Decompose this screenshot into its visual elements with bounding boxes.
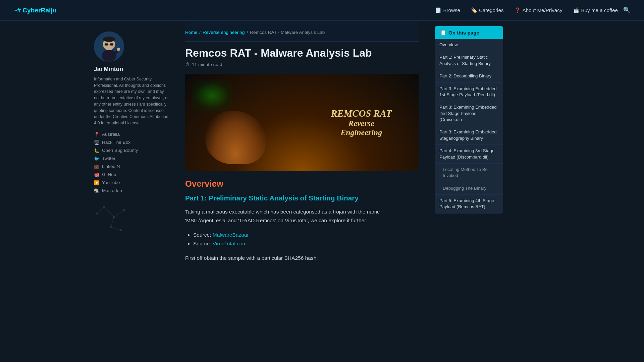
svg-rect-5	[110, 43, 113, 46]
sha-text: First off obtain the sample with a parti…	[185, 254, 419, 262]
part1-intro: Taking a malicious executable which has …	[185, 207, 419, 225]
mastodon-icon: 🐘	[94, 188, 100, 193]
svg-line-12	[111, 227, 121, 230]
hero-line3: Engineering	[331, 128, 392, 137]
author-link-linkedin: 💼 LinkedIN	[94, 164, 169, 169]
rat-silhouette	[205, 111, 266, 164]
github-icon: 🐙	[94, 172, 100, 177]
toc-link-part4[interactable]: Part 4: Examining 3rd Stage Payload (Dis…	[435, 145, 503, 163]
author-link-mastodon: 🐘 Mastodon	[94, 188, 169, 193]
nav-item-coffee[interactable]: ☕ Buy me a coffee	[573, 7, 618, 13]
read-time: 11 minute read	[192, 62, 222, 67]
toc-link-part3a[interactable]: Part 3: Examining Embedded 1st Stage Pay…	[435, 83, 503, 101]
source-label-2: Source:	[193, 241, 213, 246]
categories-icon: 🏷️	[471, 7, 477, 13]
breadcrumb-home[interactable]: Home	[185, 30, 197, 35]
site-logo[interactable]: ~# CyberRaiju	[13, 7, 57, 14]
hero-text: REMCOS RAT Reverse Engineering	[331, 108, 392, 137]
toc-items: Overview Part 1: Preliminary Static Anal…	[435, 39, 503, 214]
toc-item-part3b: Part 3: Examining Embedded 2nd Stage Pay…	[435, 101, 503, 126]
author-link-youtube: ▶️ YouTube	[94, 180, 169, 185]
toc-item-debugging: Debugging The Binary	[435, 182, 503, 195]
toc-item-part3c: Part 3: Examining Embedded Steganography…	[435, 126, 503, 145]
breadcrumb-sep2: /	[247, 30, 248, 35]
toc-link-part3c[interactable]: Part 3: Examining Embedded Steganography…	[435, 126, 503, 144]
toc-item-part4: Part 4: Examining 3rd Stage Payload (Dis…	[435, 145, 503, 164]
toc-link-overview[interactable]: Overview	[435, 39, 503, 51]
toc-link-part3b[interactable]: Part 3: Examining Embedded 2nd Stage Pay…	[435, 101, 503, 126]
part1-heading: Part 1: Preliminary Static Analysis of S…	[185, 194, 419, 202]
breadcrumb: Home / Reverse engineering / Remcos RAT …	[185, 21, 419, 42]
svg-point-17	[110, 226, 112, 228]
svg-point-18	[120, 229, 122, 231]
avatar	[94, 32, 124, 62]
svg-point-16	[123, 209, 125, 211]
author-name: Jai Minton	[94, 66, 169, 73]
location-text: Australia	[102, 132, 120, 137]
youtube-label: YouTube	[102, 180, 120, 185]
author-sidebar: Jai Minton Information and Cyber Securit…	[94, 21, 174, 268]
github-label: GitHub	[102, 172, 116, 177]
page-layout: Jai Minton Information and Cyber Securit…	[87, 21, 557, 268]
toc-item-part1: Part 1: Preliminary Static Analysis of S…	[435, 51, 503, 70]
nav-item-about[interactable]: ❓ About Me/Privacy	[514, 7, 562, 13]
toc-link-debugging[interactable]: Debugging The Binary	[435, 182, 503, 194]
about-label: About Me/Privacy	[522, 7, 562, 13]
youtube-icon: ▶️	[94, 180, 100, 185]
twitter-label: Twitter	[102, 156, 115, 161]
breadcrumb-section[interactable]: Reverse engineering	[203, 30, 245, 35]
svg-line-11	[111, 217, 114, 227]
hero-line1: REMCOS RAT	[331, 108, 392, 119]
main-content: Home / Reverse engineering / Remcos RAT …	[174, 21, 429, 268]
breadcrumb-current: Remcos RAT - Malware Analysis Lab	[250, 30, 325, 35]
coffee-label: Buy me a coffee	[581, 7, 618, 13]
toc-title: On this page	[448, 30, 479, 36]
svg-point-14	[103, 206, 105, 208]
nav-links: 🗒️ Browse 🏷️ Categories ❓ About Me/Priva…	[435, 7, 618, 13]
browse-icon: 🗒️	[435, 7, 441, 13]
source-item-1: Source: MalwareBazaar	[193, 231, 419, 239]
twitter-icon: 🐦	[94, 156, 100, 161]
hackthebox-icon: 🖥️	[94, 140, 100, 145]
svg-point-19	[96, 213, 98, 215]
author-bio: Information and Cyber Security Professio…	[94, 76, 169, 126]
svg-point-15	[113, 216, 115, 218]
about-icon: ❓	[514, 7, 521, 13]
toc-item-part3a: Part 3: Examining Embedded 1st Stage Pay…	[435, 83, 503, 102]
toc-box: 📋 On this page Overview Part 1: Prelimin…	[435, 26, 503, 214]
nav-item-categories[interactable]: 🏷️ Categories	[471, 7, 503, 13]
clock-icon: ⏱	[185, 62, 190, 67]
breadcrumb-sep1: /	[199, 30, 201, 35]
author-link-bugbounty: 🐛 Open Bug Bounty	[94, 148, 169, 153]
author-link-github: 🐙 GitHub	[94, 172, 169, 177]
svg-point-8	[117, 48, 120, 51]
toc-icon: 📋	[440, 29, 446, 36]
hackthebox-label: Hack The Box	[102, 140, 130, 145]
article-body: Overview Part 1: Preliminary Static Anal…	[185, 179, 419, 262]
toc-link-part5[interactable]: Part 5: Examining 4th Stage Payload (Rem…	[435, 195, 503, 213]
source-label-1: Source:	[193, 232, 213, 238]
malwarebazaar-link[interactable]: MalwareBazaar	[213, 232, 249, 238]
nav-item-browse[interactable]: 🗒️ Browse	[435, 7, 460, 13]
linkedin-icon: 💼	[94, 164, 100, 169]
mastodon-label: Mastodon	[102, 188, 122, 193]
monitor-glow	[192, 80, 232, 111]
author-link-twitter: 🐦 Twitter	[94, 156, 169, 161]
categories-label: Categories	[479, 7, 503, 13]
toc-link-part2[interactable]: Part 2: Decompiling Binary	[435, 70, 503, 82]
author-links: 📍 Australia 🖥️ Hack The Box 🐛 Open Bug B…	[94, 132, 169, 193]
toc-link-part1[interactable]: Part 1: Preliminary Static Analysis of S…	[435, 51, 503, 70]
svg-line-13	[97, 207, 104, 214]
toc-link-locating[interactable]: Locating Method To Be Invoked	[435, 164, 503, 182]
hero-image: REMCOS RAT Reverse Engineering	[185, 74, 419, 171]
toc-item-locating: Locating Method To Be Invoked	[435, 164, 503, 182]
source-item-2: Source: VirusTotal.com	[193, 239, 419, 248]
overview-heading: Overview	[185, 179, 419, 189]
navigation: ~# CyberRaiju 🗒️ Browse 🏷️ Categories ❓ …	[0, 0, 644, 21]
virustotal-link[interactable]: VirusTotal.com	[213, 241, 247, 246]
brand-text: ~# CyberRaiju	[13, 7, 57, 14]
svg-line-10	[114, 210, 124, 217]
toc-header: 📋 On this page	[435, 26, 503, 39]
search-button[interactable]: 🔍	[623, 7, 631, 14]
svg-point-1	[102, 50, 116, 62]
